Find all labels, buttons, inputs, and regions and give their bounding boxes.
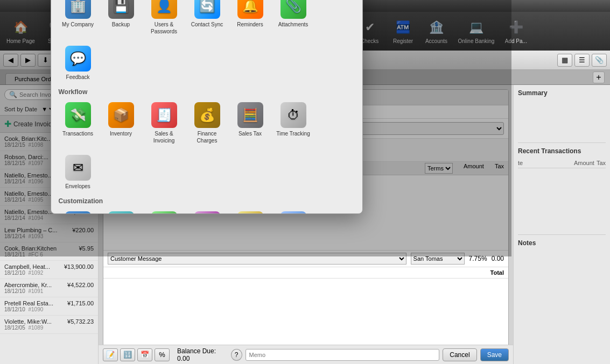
pref-icon-checks: ✔ [151,211,177,213]
col-te: te [518,160,572,166]
pref-item-checks[interactable]: ✔ Checks [145,208,184,213]
pref-item-jobs[interactable]: 💼 Jobs [188,208,227,213]
pref-icon-reminders: 🔔 [237,0,263,19]
total-label: Total [490,269,504,276]
pref-icon-reporting: 📊 [65,211,91,213]
inv-num: #1089 [28,325,43,331]
pref-item-users-passwords[interactable]: 👤 Users & Passwords [145,0,184,38]
pref-item-data-entry[interactable]: 📝 Data Entry [102,208,141,213]
pref-section-title: Workflow [59,88,355,96]
pref-item-sales-tax[interactable]: 🧮 Sales Tax [231,99,270,147]
pref-item-contact-sync[interactable]: 🔄 Contact Sync [188,0,227,38]
pref-item-reminders[interactable]: 🔔 Reminders [231,0,270,38]
pref-item-feedback[interactable]: 💬 Feedback [59,42,97,84]
pref-item-transactions[interactable]: 💸 Transactions [59,99,97,147]
col-amount: Amount [574,160,594,166]
pref-item-time-tracking[interactable]: ⏱ Time Tracking [274,99,313,147]
inv-name: Abercrombie, Kr... [4,282,67,288]
right-panel: Summary Recent Transactions te Amount Ta… [513,85,610,364]
pref-label-attachments: Attachments [278,21,308,28]
inv-amount: ¥4,522.00 [67,282,94,294]
modal-body: General 🏢 My Company 💾 Backup 👤 Users & … [51,0,362,213]
pref-label-transactions: Transactions [62,130,93,137]
inv-date: 18/12/10 #1091 [4,288,67,294]
pref-label-reminders: Reminders [237,21,263,28]
pref-label-backup: Backup [112,21,130,28]
pref-label-inventory: Inventory [110,130,132,137]
pref-icon-attachments: 📎 [281,0,306,19]
recent-transactions-title: Recent Transactions [518,147,606,155]
pref-icon-1099s: 📋 [237,211,263,213]
inv-num: #1091 [28,288,43,294]
pref-icon-users-passwords: 👤 [151,0,177,19]
inv-name: Pretell Real Esta... [4,300,67,306]
help-button[interactable]: ? [231,349,242,361]
invoice-list-item[interactable]: Pretell Real Esta... 18/12/10 #1090 ¥1,7… [0,297,98,316]
pref-icon-sales-invoicing: 🧾 [151,102,177,128]
pref-label-time-tracking: Time Tracking [276,130,310,137]
pref-label-sales-invoicing: Sales & Invoicing [147,130,181,144]
pref-label-feedback: Feedback [66,74,90,81]
notes-title: Notes [518,239,606,247]
pref-icon-data-entry: 📝 [108,211,134,213]
inv-date: 18/12/05 #1089 [4,325,67,331]
pref-icon-my-company: 🏢 [65,0,91,19]
pref-label-envelopes: Envelopes [65,183,90,190]
inv-num: #1092 [28,270,43,276]
pref-item-reporting[interactable]: 📊 Reporting [59,208,97,213]
inv-date: 18/12/10 #1090 [4,306,67,312]
paperclip-button[interactable]: 📎 [592,54,607,67]
pref-icon-backup: 💾 [108,0,134,19]
cancel-button[interactable]: Cancel [443,348,476,361]
pref-item-envelopes[interactable]: ✉ Envelopes [59,152,97,193]
form-bottom-bar: 📝 🔢 📅 % Balance Due: 0.00 ? Cancel Save [99,345,513,364]
percent-button[interactable]: % [155,348,170,361]
pref-section-title: Customization [59,197,355,205]
pref-label-users-passwords: Users & Passwords [147,21,181,35]
preferences-modal: Preferences ◀ ▶ Show All 🔍 General 🏢 My … [51,0,363,214]
pref-item-finance-charges[interactable]: 💰 Finance Charges [188,99,227,147]
pref-icon-inventory: 📦 [108,102,134,128]
invoice-list-item[interactable]: Campbell, Heat... 18/12/10 #1092 ¥13,900… [0,261,98,279]
calendar-button[interactable]: 📅 [137,348,152,361]
col-tax: Tax [597,160,606,166]
pref-item-attachments[interactable]: 📎 Attachments [274,0,313,38]
pref-label-contact-sync: Contact Sync [191,21,223,28]
inv-name: Campbell, Heat... [4,263,64,270]
pref-icon-jobs: 💼 [194,211,220,213]
memo-input[interactable] [246,349,440,361]
pref-item-sounds[interactable]: 🔊 Sounds [274,208,313,213]
summary-title: Summary [518,89,606,97]
pref-icon-finance-charges: 💰 [194,102,220,128]
pref-label-my-company: My Company [62,21,94,28]
pref-item-sales-invoicing[interactable]: 🧾 Sales & Invoicing [145,99,184,147]
pref-icon-contact-sync: 🔄 [194,0,220,19]
main-content: 🔍 Sort by Date ▼ ✚ Create Invoice... Coo… [0,85,610,364]
pref-section-grid: 📊 Reporting 📝 Data Entry ✔ Checks 💼 Jobs [59,208,355,213]
pref-item-1099s[interactable]: 📋 1099s [231,208,270,213]
pref-item-my-company[interactable]: 🏢 My Company [59,0,97,38]
list-view-button[interactable]: ☰ [574,54,590,67]
spell-check-button[interactable]: 📝 [103,348,118,361]
pref-icon-sounds: 🔊 [281,211,306,213]
tab-add-button[interactable]: + [593,72,605,83]
invoice-list-item[interactable]: Violette, Mike:W... 18/12/05 #1089 ¥5,73… [0,316,98,334]
pref-section-grid: 💸 Transactions 📦 Inventory 🧾 Sales & Inv… [59,99,355,193]
inv-date: 18/12/10 #1092 [4,270,64,276]
inv-amount: ¥13,900.00 [64,263,94,276]
inv-amount: ¥5,732.23 [67,318,94,331]
save-button[interactable]: Save [480,348,509,361]
pref-section-general: General 🏢 My Company 💾 Backup 👤 Users & … [59,0,355,84]
pref-section-customization: Customization 📊 Reporting 📝 Data Entry ✔… [59,197,355,213]
inv-amount: ¥1,715.00 [67,300,94,312]
pref-section-workflow: Workflow 💸 Transactions 📦 Inventory 🧾 Sa… [59,88,355,193]
calculator-button[interactable]: 🔢 [120,348,135,361]
grid-view-button[interactable]: ▦ [557,54,572,67]
pref-item-backup[interactable]: 💾 Backup [102,0,141,38]
pref-icon-time-tracking: ⏱ [281,102,306,128]
pref-icon-transactions: 💸 [65,102,91,128]
balance-due-label: Balance Due: 0.00 [177,347,228,362]
invoice-list-item[interactable]: Abercrombie, Kr... 18/12/10 #1091 ¥4,522… [0,279,98,297]
pref-icon-sales-tax: 🧮 [237,102,263,128]
pref-item-inventory[interactable]: 📦 Inventory [102,99,141,147]
